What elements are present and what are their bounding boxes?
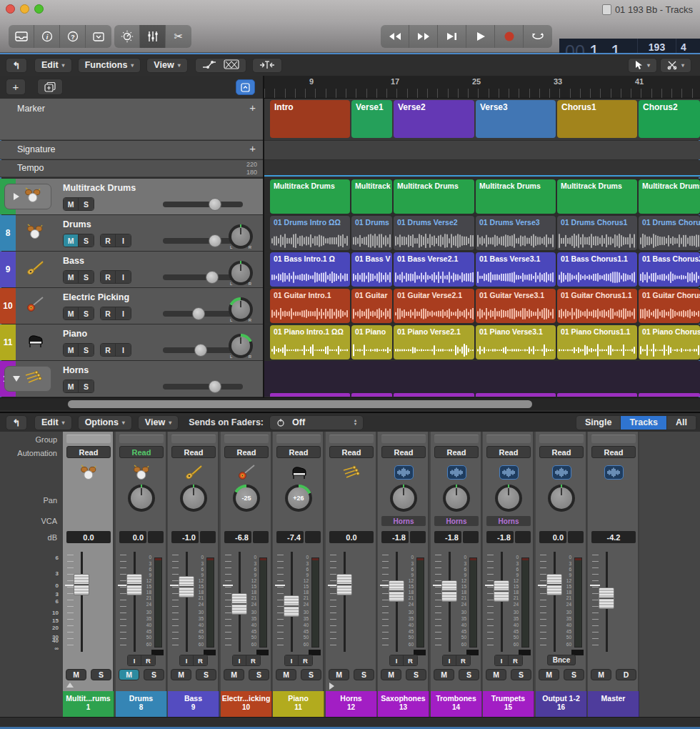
track-header-electric-picking[interactable]: 10Electric PickingMSRILR [0, 288, 263, 324]
track-lane-horns[interactable] [264, 361, 700, 397]
channel-name-plate[interactable]: Trombones14 [431, 691, 482, 717]
input-monitor-button[interactable]: I [285, 655, 299, 665]
input-monitor-button[interactable]: I [443, 655, 456, 665]
audio-region[interactable]: 01 Guitar Verse2.1 [394, 289, 474, 323]
mixer-strip-saxophones[interactable]: ReadHorns-1.803691215182124303540455060I… [378, 432, 429, 717]
mixer-strip-trumpets[interactable]: ReadHorns-1.803691215182124303540455060I… [483, 432, 534, 717]
channel-name-plate[interactable]: Drums8 [116, 691, 167, 717]
group-slot[interactable] [434, 435, 479, 443]
pan-knob[interactable]: -25 [233, 485, 260, 512]
mixer-strip-drums[interactable]: Read0.003691215182124303540455060IRMSDru… [116, 432, 167, 717]
group-slot[interactable] [276, 435, 321, 443]
pan-knob[interactable]: LR [229, 297, 253, 322]
channel-name-plate[interactable]: Piano11 [273, 691, 324, 717]
input-monitor-button[interactable]: I [495, 655, 509, 665]
automation-mode-button[interactable]: Read [381, 446, 426, 458]
toolbar-toggle-icon[interactable] [86, 25, 111, 48]
mixer-view-single[interactable]: Single [576, 416, 621, 430]
mixer-strip-piano[interactable]: Read+26-7.403691215182124303540455060IRM… [273, 432, 324, 717]
solo-button[interactable]: S [79, 344, 94, 356]
disclosure-up-icon[interactable] [66, 683, 74, 688]
marker-region-verse3[interactable]: Verse3 [476, 100, 556, 138]
crossfade-icon[interactable] [224, 59, 239, 71]
mixer-strip-multit-rums[interactable]: Read0.0MSMultit...rums1 [63, 432, 114, 717]
signature-lane[interactable] [264, 141, 700, 159]
volume-db-value[interactable]: 0.0 [66, 531, 111, 543]
mute-button[interactable]: M [64, 198, 79, 210]
input-monitor-button[interactable]: I [116, 271, 131, 283]
rewind-icon[interactable] [381, 25, 409, 48]
input-monitor-button[interactable]: I [116, 234, 131, 247]
automation-mode-button[interactable]: Read [171, 446, 216, 458]
audio-region[interactable]: 01 Piano Chorus2.1 [639, 325, 700, 359]
audio-region[interactable]: 01 Bass Verse2.1 [394, 252, 474, 287]
mute-button[interactable]: M [64, 234, 79, 247]
channel-name-plate[interactable]: Electr...icking10 [221, 691, 272, 717]
group-slot[interactable] [66, 435, 111, 443]
automation-mode-button[interactable]: Read [486, 446, 531, 458]
channel-name-plate[interactable]: Output 1-216 [536, 691, 587, 717]
audio-region[interactable]: 01 Piano Verse2.1 [394, 325, 474, 359]
record-icon[interactable] [495, 25, 524, 48]
mute-button[interactable]: M [224, 669, 244, 680]
audio-region[interactable]: Multitrack Drums [476, 179, 556, 214]
record-enable-button[interactable]: R [456, 655, 470, 665]
group-slot[interactable] [329, 435, 374, 443]
solo-button[interactable]: S [79, 271, 94, 283]
audio-region[interactable]: Multitrack Drums [394, 179, 474, 214]
group-slot[interactable] [224, 435, 269, 443]
mixer-strip-bass[interactable]: Read-1.003691215182124303540455060IRMSBa… [168, 432, 219, 717]
arrange-menu-functions[interactable]: Functions▾ [78, 58, 141, 73]
automation-mode-button[interactable]: Read [66, 446, 111, 458]
tempo-lane[interactable] [264, 160, 700, 177]
vca-assignment[interactable]: Horns [381, 516, 426, 526]
audio-region[interactable]: 01 Bass Verse3.1 [476, 252, 556, 287]
track-header-piano[interactable]: 11PianoMSRILR [0, 324, 263, 360]
mixer-view-all[interactable]: All [667, 416, 696, 430]
add-signature-icon[interactable]: + [249, 142, 256, 154]
audio-region[interactable]: 01 Bass Chorus2.1 [639, 252, 700, 287]
group-slot[interactable] [539, 435, 584, 443]
group-slot[interactable] [381, 435, 426, 443]
mute-button[interactable]: M [434, 669, 454, 680]
horns-region-sliver[interactable] [351, 393, 392, 397]
automation-mode-button[interactable]: Read [119, 446, 164, 458]
volume-db-value[interactable]: -6.8 [224, 531, 251, 543]
back-button[interactable]: ↰ [6, 58, 27, 73]
mixer-menu-view[interactable]: View▾ [138, 415, 179, 430]
solo-button[interactable]: S [79, 307, 94, 319]
left-click-tool-menu[interactable]: ▾ [628, 58, 657, 73]
audio-region[interactable]: 01 Drums [351, 216, 392, 250]
marker-track-header[interactable]: Marker + [0, 99, 263, 140]
audio-region[interactable]: 01 Drums Verse2 [394, 216, 474, 250]
input-monitor-button[interactable]: I [390, 655, 404, 665]
automation-mode-button[interactable]: Read [434, 446, 479, 458]
solo-button[interactable]: S [91, 669, 111, 680]
track-header-drums[interactable]: 8DrumsMSRILR [0, 215, 263, 251]
audio-region[interactable]: Multitrack Drums [270, 179, 350, 214]
vca-assignment[interactable]: Horns [434, 516, 479, 526]
audio-region[interactable]: 01 Piano Intro.1 ΩΩ [270, 325, 350, 359]
volume-db-value[interactable]: -4.2 [591, 531, 636, 543]
track-disclosure-box[interactable] [4, 366, 51, 392]
go-to-end-icon[interactable] [438, 25, 466, 48]
audio-region[interactable]: 01 Guitar Intro.1 [270, 289, 350, 323]
group-slot[interactable] [486, 435, 531, 443]
pan-knob[interactable] [180, 485, 207, 512]
volume-db-value[interactable]: 0.0 [539, 531, 566, 543]
mute-button[interactable]: M [64, 344, 79, 356]
audio-region[interactable]: 01 Guitar Verse3.1 [476, 289, 556, 323]
arrange-menu-edit[interactable]: Edit▾ [34, 58, 72, 73]
input-monitor-button[interactable]: I [116, 307, 131, 319]
group-slot[interactable] [171, 435, 216, 443]
audio-region[interactable]: Multitrack [351, 179, 392, 214]
record-enable-button[interactable]: R [101, 234, 116, 247]
volume-slider-thumb[interactable] [194, 344, 207, 357]
mixer-strip-electr-icking[interactable]: Read-25-6.803691215182124303540455060IRM… [221, 432, 272, 717]
audio-region[interactable]: 01 Drums Chorus1 [557, 216, 637, 250]
forward-icon[interactable] [409, 25, 438, 48]
play-icon[interactable] [466, 25, 495, 48]
mute-button[interactable]: M [591, 669, 611, 680]
zoom-window-button[interactable] [34, 4, 44, 14]
channel-name-plate[interactable]: Horns12 [326, 691, 377, 717]
